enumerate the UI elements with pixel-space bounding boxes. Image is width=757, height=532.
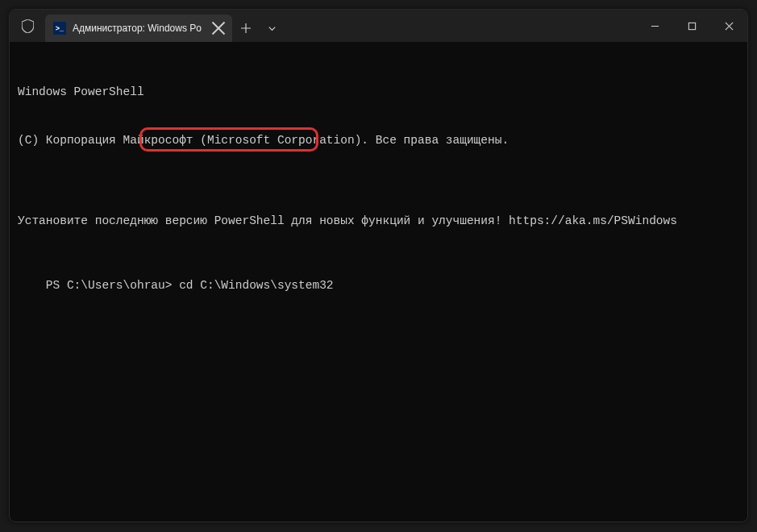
command-text: cd C:\Windows\system32	[179, 279, 333, 292]
prompt-line: PS C:\Users\ohrau> cd C:\Windows\system3…	[46, 277, 334, 293]
plus-icon	[241, 23, 251, 33]
tab-close-button[interactable]	[211, 21, 226, 35]
terminal-window: >_ Администратор: Windows Po	[9, 9, 748, 522]
terminal-output-line: Установите последнюю версию PowerShell д…	[18, 213, 739, 229]
admin-shield-area	[10, 10, 45, 42]
active-tab[interactable]: >_ Администратор: Windows Po	[45, 15, 232, 42]
prompt-text: PS C:\Users\ohrau>	[46, 279, 179, 292]
maximize-icon	[688, 22, 697, 31]
chevron-down-icon	[268, 24, 277, 33]
tab-title: Администратор: Windows Po	[73, 23, 205, 34]
new-tab-button[interactable]	[232, 15, 260, 42]
minimize-icon	[651, 22, 659, 31]
maximize-button[interactable]	[673, 10, 710, 42]
close-icon	[725, 22, 734, 31]
terminal-output-line: (C) Корпорация Майкрософт (Microsoft Cor…	[18, 132, 739, 148]
close-window-button[interactable]	[710, 10, 747, 42]
titlebar[interactable]: >_ Администратор: Windows Po	[10, 10, 747, 42]
svg-rect-5	[688, 23, 695, 29]
window-controls	[636, 10, 747, 42]
terminal-output-line: Windows PowerShell	[18, 84, 739, 100]
titlebar-drag-area[interactable]	[284, 10, 636, 42]
tab-dropdown-button[interactable]	[260, 15, 284, 42]
minimize-button[interactable]	[636, 10, 673, 42]
terminal-body[interactable]: Windows PowerShell (C) Корпорация Майкро…	[10, 42, 747, 335]
close-icon	[211, 21, 226, 35]
powershell-icon: >_	[53, 22, 66, 35]
shield-icon	[22, 19, 34, 33]
